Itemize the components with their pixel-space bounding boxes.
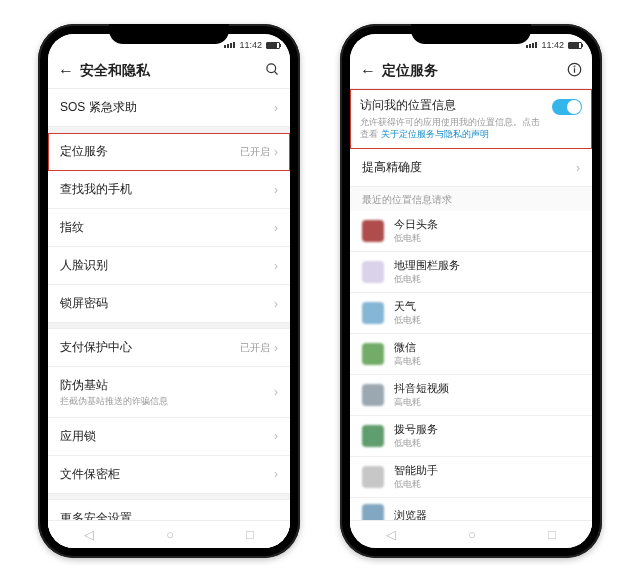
row-label: 人脸识别 xyxy=(60,257,274,274)
location-access-card: 访问我的位置信息 允许获得许可的应用使用我的位置信息。点击查看 关于定位服务与隐… xyxy=(350,89,592,149)
app-row[interactable]: 微信高电耗 xyxy=(350,334,592,375)
app-power: 低电耗 xyxy=(394,232,580,245)
header: ← 安全和隐私 xyxy=(48,56,290,89)
location-access-toggle[interactable] xyxy=(552,99,582,115)
row-label: 支付保护中心 xyxy=(60,339,240,356)
row-value: 已开启 xyxy=(240,145,270,159)
notch xyxy=(411,24,531,44)
app-row[interactable]: 智能助手低电耗 xyxy=(350,457,592,498)
row-accuracy[interactable]: 提高精确度 › xyxy=(350,149,592,187)
access-title: 访问我的位置信息 xyxy=(360,97,546,113)
app-row[interactable]: 地理围栏服务低电耗 xyxy=(350,252,592,293)
app-icon xyxy=(362,261,384,283)
search-icon[interactable] xyxy=(262,62,280,80)
row-label: 指纹 xyxy=(60,219,274,236)
app-name: 智能助手 xyxy=(394,463,580,478)
back-icon[interactable]: ← xyxy=(58,62,76,80)
chevron-right-icon: › xyxy=(274,429,278,443)
section-title: 最近的位置信息请求 xyxy=(350,187,592,211)
row-label: 锁屏密码 xyxy=(60,295,274,312)
app-name: 地理围栏服务 xyxy=(394,258,580,273)
app-name: 今日头条 xyxy=(394,217,580,232)
row-label: 定位服务 xyxy=(60,143,240,160)
row-label: 提高精确度 xyxy=(362,159,576,176)
signal-icon xyxy=(526,42,537,48)
nav-recent-icon[interactable]: □ xyxy=(246,527,254,542)
battery-icon xyxy=(266,42,280,49)
chevron-right-icon: › xyxy=(274,341,278,355)
app-name: 拨号服务 xyxy=(394,422,580,437)
app-icon xyxy=(362,220,384,242)
app-power: 低电耗 xyxy=(394,314,580,327)
phone-security: 11:42 ← 安全和隐私 SOS 紧急求助 › 定位服务 已开启 xyxy=(38,24,300,558)
battery-icon xyxy=(568,42,582,49)
row-antifake[interactable]: 防伪基站 拦截伪基站推送的诈骗信息 › xyxy=(48,367,290,418)
nav-recent-icon[interactable]: □ xyxy=(548,527,556,542)
row-lock-password[interactable]: 锁屏密码 › xyxy=(48,285,290,323)
app-icon xyxy=(362,302,384,324)
row-filevault[interactable]: 文件保密柜 › xyxy=(48,456,290,494)
row-label: 防伪基站 xyxy=(60,377,274,394)
app-list: 今日头条低电耗地理围栏服务低电耗天气低电耗微信高电耗抖音短视频高电耗拨号服务低电… xyxy=(350,211,592,533)
svg-line-1 xyxy=(274,71,277,74)
row-value: 已开启 xyxy=(240,341,270,355)
app-name: 天气 xyxy=(394,299,580,314)
nav-back-icon[interactable]: ◁ xyxy=(84,527,94,542)
app-icon xyxy=(362,466,384,488)
chevron-right-icon: › xyxy=(274,221,278,235)
app-power: 低电耗 xyxy=(394,478,580,491)
chevron-right-icon: › xyxy=(274,183,278,197)
chevron-right-icon: › xyxy=(274,385,278,399)
access-link[interactable]: 关于定位服务与隐私的声明 xyxy=(381,129,489,139)
row-label: 应用锁 xyxy=(60,428,274,445)
signal-icon xyxy=(224,42,235,48)
chevron-right-icon: › xyxy=(274,467,278,481)
app-power: 高电耗 xyxy=(394,355,580,368)
back-icon[interactable]: ← xyxy=(360,62,378,80)
row-payment-protect[interactable]: 支付保护中心 已开启 › xyxy=(48,329,290,367)
chevron-right-icon: › xyxy=(274,101,278,115)
app-icon xyxy=(362,343,384,365)
app-row[interactable]: 今日头条低电耗 xyxy=(350,211,592,252)
header: ← 定位服务 xyxy=(350,56,592,89)
nav-bar: ◁ ○ □ xyxy=(350,520,592,548)
info-icon[interactable] xyxy=(564,62,582,80)
status-time: 11:42 xyxy=(239,40,262,50)
app-name: 微信 xyxy=(394,340,580,355)
app-icon xyxy=(362,425,384,447)
row-label: 查找我的手机 xyxy=(60,181,274,198)
chevron-right-icon: › xyxy=(274,297,278,311)
nav-back-icon[interactable]: ◁ xyxy=(386,527,396,542)
row-label: SOS 紧急求助 xyxy=(60,99,274,116)
notch xyxy=(109,24,229,44)
app-row[interactable]: 天气低电耗 xyxy=(350,293,592,334)
svg-point-0 xyxy=(267,64,276,73)
nav-home-icon[interactable]: ○ xyxy=(468,527,476,542)
app-power: 低电耗 xyxy=(394,437,580,450)
row-face[interactable]: 人脸识别 › xyxy=(48,247,290,285)
app-row[interactable]: 抖音短视频高电耗 xyxy=(350,375,592,416)
row-sub: 拦截伪基站推送的诈骗信息 xyxy=(60,396,274,407)
row-applock[interactable]: 应用锁 › xyxy=(48,418,290,456)
page-title: 安全和隐私 xyxy=(76,62,262,80)
app-power: 高电耗 xyxy=(394,396,580,409)
page-title: 定位服务 xyxy=(378,62,564,80)
row-fingerprint[interactable]: 指纹 › xyxy=(48,209,290,247)
nav-bar: ◁ ○ □ xyxy=(48,520,290,548)
row-label: 文件保密柜 xyxy=(60,466,274,483)
app-name: 抖音短视频 xyxy=(394,381,580,396)
app-icon xyxy=(362,384,384,406)
chevron-right-icon: › xyxy=(274,145,278,159)
nav-home-icon[interactable]: ○ xyxy=(166,527,174,542)
chevron-right-icon: › xyxy=(274,259,278,273)
phone-location: 11:42 ← 定位服务 访问我的位置信息 允许获得许可的应用使用我的位置信息。… xyxy=(340,24,602,558)
chevron-right-icon: › xyxy=(576,161,580,175)
row-location-services[interactable]: 定位服务 已开启 › xyxy=(48,133,290,171)
status-time: 11:42 xyxy=(541,40,564,50)
svg-point-4 xyxy=(574,66,575,67)
row-find-phone[interactable]: 查找我的手机 › xyxy=(48,171,290,209)
settings-list: SOS 紧急求助 › 定位服务 已开启 › 查找我的手机 › 指纹 › xyxy=(48,89,290,548)
app-row[interactable]: 拨号服务低电耗 xyxy=(350,416,592,457)
app-power: 低电耗 xyxy=(394,273,580,286)
row-sos[interactable]: SOS 紧急求助 › xyxy=(48,89,290,127)
